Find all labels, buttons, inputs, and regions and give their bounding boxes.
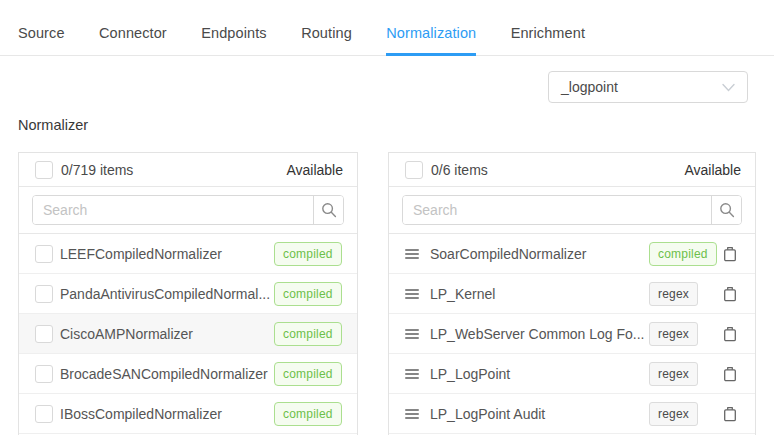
status-badge: compiled [274, 242, 342, 266]
status-badge: regex [649, 282, 698, 306]
normalizer-name: LP_Kernel [430, 286, 649, 302]
available-label: Available [684, 162, 741, 178]
tab-normalization[interactable]: Normalization [386, 25, 476, 56]
normalizer-name: LEEFCompiledNormalizer [60, 246, 274, 262]
tab-endpoints[interactable]: Endpoints [201, 25, 266, 53]
normalizer-name: LP_WebServer Common Log Fo... [430, 326, 649, 342]
search-icon [719, 202, 735, 218]
normalizer-row[interactable]: LP_WebServer Common Log Fo... regex [389, 314, 755, 354]
status-badge: regex [649, 402, 698, 426]
normalizer-name: IBossCompiledNormalizer [60, 406, 274, 422]
tab-connector[interactable]: Connector [99, 25, 167, 53]
normalizer-name: SoarCompiledNormalizer [430, 246, 649, 262]
available-search-input[interactable] [33, 196, 313, 224]
select-all-checkbox[interactable] [405, 161, 423, 179]
status-badge: compiled [274, 282, 342, 306]
delete-button[interactable] [721, 365, 739, 383]
status-badge: regex [649, 322, 698, 346]
drag-handle-icon[interactable] [405, 287, 419, 301]
drag-handle-icon[interactable] [405, 327, 419, 341]
selected-search-row [389, 187, 755, 234]
delete-button[interactable] [721, 325, 739, 343]
status-badge: compiled [649, 242, 717, 266]
normalizer-name: LP_LogPoint Audit [430, 406, 649, 422]
status-badge: compiled [274, 322, 342, 346]
normalizer-dual-list: 0/719 items Available LEEFCompiledNormal… [0, 152, 774, 435]
delete-button[interactable] [721, 245, 739, 263]
normalizer-row[interactable]: IBossCompiledNormalizer compiled [19, 394, 357, 434]
normalizer-row[interactable]: LP_LogPoint regex [389, 354, 755, 394]
normalizer-row[interactable]: CiscoAMPNormalizer compiled [19, 314, 357, 354]
status-badge: compiled [274, 402, 342, 426]
tab-routing[interactable]: Routing [301, 25, 352, 53]
available-panel-header: 0/719 items Available [19, 153, 357, 187]
chevron-down-icon [722, 83, 735, 92]
drag-handle-icon[interactable] [405, 407, 419, 421]
available-label: Available [286, 162, 343, 178]
tab-bar: Source Connector Endpoints Routing Norma… [0, 0, 774, 56]
available-items-count: 0/719 items [61, 162, 133, 178]
tab-source[interactable]: Source [18, 25, 65, 53]
normalizer-row[interactable]: SoarCompiledNormalizer compiled [389, 234, 755, 274]
row-checkbox[interactable] [35, 285, 53, 303]
delete-button[interactable] [721, 285, 739, 303]
normalizer-row[interactable]: BrocadeSANCompiledNormalizer compiled [19, 354, 357, 394]
drag-handle-icon[interactable] [405, 247, 419, 261]
row-checkbox[interactable] [35, 365, 53, 383]
normalizer-row[interactable]: PandaAntivirusCompiledNormal... compiled [19, 274, 357, 314]
row-checkbox[interactable] [35, 245, 53, 263]
trash-icon [723, 286, 737, 302]
tab-enrichment[interactable]: Enrichment [511, 25, 585, 53]
available-search-row [19, 187, 357, 234]
toolbar: _logpoint [0, 56, 774, 103]
trash-icon [723, 326, 737, 342]
trash-icon [723, 246, 737, 262]
trash-icon [723, 366, 737, 382]
search-icon [321, 202, 337, 218]
selected-normalizers-panel: 0/6 items Available SoarCompiledNormaliz… [388, 152, 756, 435]
normalizer-name: LP_LogPoint [430, 366, 649, 382]
trash-icon [723, 406, 737, 422]
row-checkbox[interactable] [35, 325, 53, 343]
selected-items-count: 0/6 items [431, 162, 488, 178]
selected-panel-header: 0/6 items Available [389, 153, 755, 187]
section-title-normalizer: Normalizer [18, 117, 774, 133]
drag-handle-icon[interactable] [405, 367, 419, 381]
normalizer-name: CiscoAMPNormalizer [60, 326, 274, 342]
selected-search-input[interactable] [403, 196, 711, 224]
select-all-checkbox[interactable] [35, 161, 53, 179]
search-button[interactable] [313, 196, 343, 224]
available-normalizers-panel: 0/719 items Available LEEFCompiledNormal… [18, 152, 358, 435]
repo-select-dropdown[interactable]: _logpoint [548, 71, 748, 103]
normalizer-row[interactable]: LP_Kernel regex [389, 274, 755, 314]
normalizer-name: BrocadeSANCompiledNormalizer [60, 366, 274, 382]
status-badge: compiled [274, 362, 342, 386]
normalizer-row[interactable]: LP_LogPoint Audit regex [389, 394, 755, 434]
normalizer-name: PandaAntivirusCompiledNormal... [60, 286, 274, 302]
repo-select-value: _logpoint [561, 79, 722, 95]
status-badge: regex [649, 362, 698, 386]
normalizer-row[interactable]: LEEFCompiledNormalizer compiled [19, 234, 357, 274]
search-button[interactable] [711, 196, 741, 224]
delete-button[interactable] [721, 405, 739, 423]
row-checkbox[interactable] [35, 405, 53, 423]
